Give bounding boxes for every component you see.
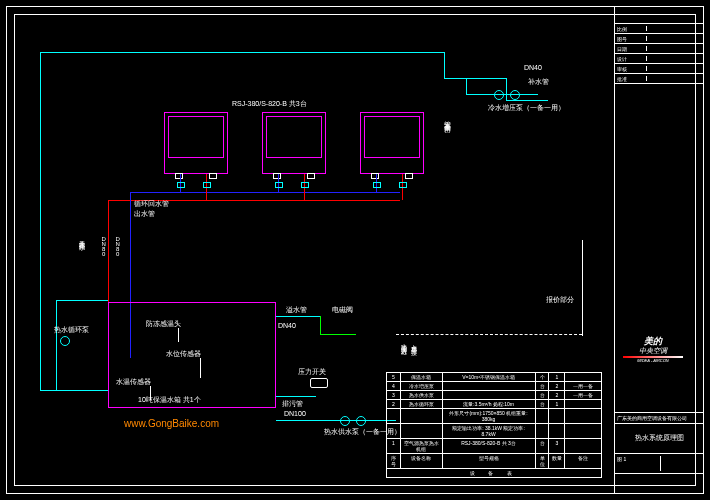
tb-project: 广东美的商用空调设备有限公司 (615, 412, 704, 424)
pipe-dianci (320, 334, 356, 335)
valve-icon (301, 182, 309, 188)
pump-icon (60, 336, 70, 346)
parts-table-title: 设 备 表 (387, 469, 601, 477)
tb-label: 批准 (617, 76, 647, 81)
pipe-yishui (276, 316, 320, 317)
pipe-paiwu (276, 396, 316, 397)
sensor-line (200, 358, 201, 378)
tb-label: 图号 (617, 36, 647, 41)
pipe-supply-header (130, 192, 400, 193)
valve-icon (275, 182, 283, 188)
tb-label: 设计 (617, 56, 647, 61)
pipe (320, 316, 321, 334)
baojia-label: 报价部分 (546, 296, 574, 304)
service-line (396, 334, 582, 335)
pump-icon (510, 90, 520, 100)
tank-label: 10吨保温水箱 共1个 (138, 396, 201, 404)
pipe-top-ext (444, 78, 506, 79)
sensor-line (150, 386, 151, 400)
chushui-label: 出水管 (134, 210, 155, 218)
paiwu-label: 排污管 (282, 400, 303, 408)
dn40b-label: DN40 (278, 322, 296, 330)
pipe-return-drop (108, 200, 109, 302)
dn80b-label: DN80 (114, 236, 121, 256)
dn40-label: DN40 (524, 64, 542, 72)
valve-icon (399, 182, 407, 188)
yishui-label: 溢水管 (286, 306, 307, 314)
pipe-hw-supply (276, 420, 396, 421)
valve-icon (373, 182, 381, 188)
pump-icon (494, 90, 504, 100)
tb-label: 日期 (617, 46, 647, 51)
shuiwei-label: 水位传感器 (166, 350, 201, 358)
huishui-label: 循环回水管 (134, 200, 169, 208)
pressure-switch-icon (310, 378, 328, 388)
reshui-xunhuan-label: 热水循环泵 (54, 326, 89, 334)
watermark: www.GongBaike.com (124, 418, 219, 429)
pipe-recirc (56, 300, 57, 390)
title-block: 比例 图号 日期 设计 审核 批准 美的 中央空调 MIDEA - AIRCON… (614, 6, 704, 494)
pipe-left-vert (40, 52, 41, 390)
pipe-top (40, 52, 444, 53)
pipe (466, 78, 467, 94)
fangdong-label: 防冻感温头 (146, 320, 181, 328)
valve-icon (203, 182, 211, 188)
tb-label: 审核 (617, 66, 647, 71)
bushui-label: 补水管 (528, 78, 549, 86)
pipe-top-right (444, 52, 445, 78)
pipe (506, 78, 507, 100)
valve-icon (177, 182, 185, 188)
service-line (582, 240, 583, 336)
yali-label: 压力开关 (298, 368, 326, 376)
pump-icon (340, 416, 350, 426)
dianci-label: 电磁阀 (332, 306, 353, 314)
tb-sheet: 热水系统原理图 (615, 424, 704, 454)
sensor-line (178, 328, 179, 342)
pump-icon (356, 416, 366, 426)
parts-table: 5保温水箱V=10m³不锈钢保温水箱个1 4冷水增压泵台2一用一备 3热水供水泵… (386, 372, 602, 478)
cold-pump-label: 冷水增压泵（一备一用） (488, 104, 565, 112)
tb-label: 比例 (617, 26, 647, 31)
pipe-bottom (40, 390, 108, 391)
pipe-recirc (56, 300, 108, 301)
heat-pump-unit-3 (360, 112, 424, 174)
pipe (506, 100, 548, 101)
units-header-label: RSJ-380/S-820-B 共3台 (232, 100, 307, 108)
heat-pump-unit-2 (262, 112, 326, 174)
tb-dwg: 图 1 (617, 456, 661, 471)
shuiwen-label: 水温传感器 (116, 378, 151, 386)
heat-pump-unit-1 (164, 112, 228, 174)
dn80a-label: DN80 (100, 236, 107, 256)
dn100-label: DN100 (284, 410, 306, 418)
brand-logo: 美的 中央空调 MIDEA - AIRCON (614, 336, 692, 360)
